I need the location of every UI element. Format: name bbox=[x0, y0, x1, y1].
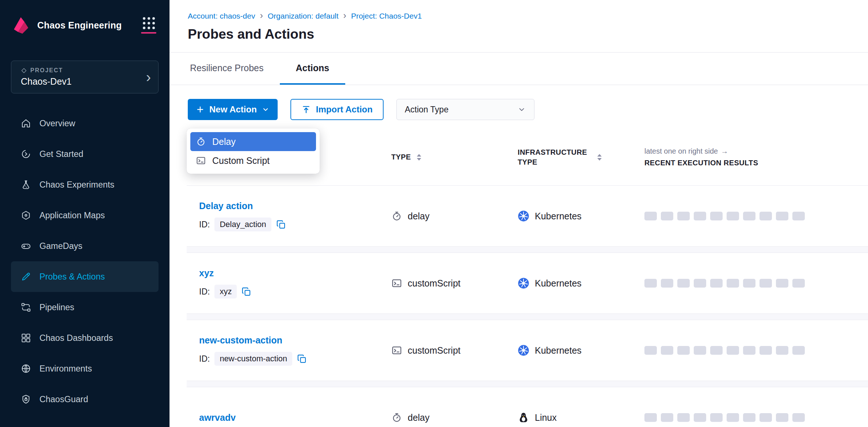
copy-icon[interactable] bbox=[297, 354, 307, 364]
execution-result-placeholder bbox=[661, 212, 673, 220]
infra-value: Kubernetes bbox=[535, 211, 582, 222]
execution-result-placeholder bbox=[661, 413, 673, 422]
column-header-recent-execution-results: latest one on right side → RECENT EXECUT… bbox=[644, 147, 868, 167]
execution-result-placeholder bbox=[661, 279, 673, 288]
execution-result-placeholder bbox=[727, 413, 739, 422]
action-name-link[interactable]: new-custom-action bbox=[199, 335, 282, 346]
stopwatch-icon bbox=[391, 412, 402, 423]
infra-header-line1: INFRASTRUCTURE bbox=[518, 147, 587, 157]
infra-value: Linux bbox=[535, 412, 557, 423]
execution-result-placeholder bbox=[776, 279, 788, 288]
sidebar-item-environments[interactable]: Environments bbox=[11, 353, 159, 384]
sidebar-item-chaosguard[interactable]: ChaosGuard bbox=[11, 384, 159, 415]
plus-icon bbox=[196, 105, 205, 114]
sidebar-item-label: Get Started bbox=[39, 149, 83, 159]
execution-result-placeholder bbox=[792, 413, 805, 422]
execution-result-placeholder bbox=[644, 212, 657, 220]
copy-icon[interactable] bbox=[241, 287, 251, 297]
execution-result-placeholder bbox=[661, 346, 673, 355]
sidebar-item-label: GameDays bbox=[39, 241, 83, 251]
sidebar-item-overview[interactable]: Overview bbox=[11, 108, 159, 139]
new-action-button[interactable]: New Action bbox=[188, 99, 278, 120]
execution-result-placeholder bbox=[677, 212, 690, 220]
sidebar-item-pipelines[interactable]: Pipelines bbox=[11, 292, 159, 323]
logo-row: Chaos Engineering bbox=[0, 0, 170, 50]
sidebar-item-chaos-experiments[interactable]: Chaos Experiments bbox=[11, 169, 159, 200]
type-value: delay bbox=[408, 412, 430, 423]
execution-result-placeholder bbox=[743, 279, 755, 288]
shield-lock-icon bbox=[20, 394, 31, 405]
sidebar-item-application-maps[interactable]: Application Maps bbox=[11, 200, 159, 231]
execution-result-placeholder bbox=[677, 279, 690, 288]
type-cell: delay bbox=[391, 412, 518, 423]
execution-result-placeholder bbox=[792, 279, 805, 288]
sidebar-item-label: Probes & Actions bbox=[39, 272, 105, 282]
execution-result-placeholder bbox=[677, 346, 690, 355]
sidebar-item-label: Overview bbox=[39, 119, 75, 128]
execution-result-placeholder bbox=[677, 413, 690, 422]
breadcrumb-project-link[interactable]: Project: Chaos-Dev1 bbox=[351, 12, 422, 20]
home-icon bbox=[20, 118, 31, 129]
action-row: Delay action ID: Delay_action delay Kube… bbox=[187, 185, 868, 247]
import-action-button[interactable]: Import Action bbox=[290, 99, 384, 120]
menu-item-label: Delay bbox=[212, 136, 236, 147]
execution-result-placeholder bbox=[792, 212, 805, 220]
copy-icon[interactable] bbox=[276, 220, 286, 230]
menu-item-custom-script[interactable]: Custom Script bbox=[190, 151, 316, 170]
module-switcher-button[interactable] bbox=[141, 17, 156, 34]
sidebar-item-gamedays[interactable]: GameDays bbox=[11, 231, 159, 261]
actions-table: Delay action ID: Delay_action delay Kube… bbox=[187, 185, 868, 427]
tab-resilience-probes[interactable]: Resilience Probes bbox=[174, 53, 280, 85]
action-name-link[interactable]: xyz bbox=[199, 268, 214, 278]
page-title: Probes and Actions bbox=[170, 27, 868, 42]
execution-result-placeholder bbox=[710, 346, 723, 355]
sidebar-item-probes-actions[interactable]: Probes & Actions bbox=[11, 261, 159, 292]
project-selector[interactable]: PROJECT Chaos-Dev1 › bbox=[11, 61, 159, 93]
chevron-right-icon: › bbox=[146, 71, 151, 83]
infrastructure-cell: Kubernetes bbox=[518, 345, 644, 356]
new-action-label: New Action bbox=[209, 104, 257, 115]
type-cell: customScript bbox=[391, 345, 518, 356]
action-name-link[interactable]: Delay action bbox=[199, 201, 253, 211]
terminal-icon bbox=[391, 345, 402, 356]
breadcrumb-account-link[interactable]: Account: chaos-dev bbox=[188, 12, 255, 20]
execution-result-placeholder bbox=[760, 346, 772, 355]
sidebar: Chaos Engineering PROJECT Chaos-Dev1 › O… bbox=[0, 0, 170, 427]
dashboard-grid-icon bbox=[20, 332, 31, 343]
id-label: ID: bbox=[199, 220, 210, 230]
action-type-select[interactable]: Action Type bbox=[396, 99, 534, 120]
infra-value: Kubernetes bbox=[535, 278, 582, 289]
execution-results bbox=[644, 212, 868, 220]
flask-icon bbox=[20, 179, 31, 190]
breadcrumb-separator: › bbox=[260, 11, 263, 21]
tabs: Resilience Probes Actions bbox=[170, 53, 868, 85]
results-hint-text: latest one on right side bbox=[644, 147, 718, 155]
action-name-link[interactable]: awrvadv bbox=[199, 412, 236, 423]
column-header-infrastructure-type[interactable]: INFRASTRUCTURE TYPE bbox=[518, 147, 644, 167]
main-content: Account: chaos-dev › Organization: defau… bbox=[170, 0, 868, 427]
menu-item-delay[interactable]: Delay bbox=[190, 132, 316, 151]
action-row: awrvadv ID: delay Linux bbox=[187, 387, 868, 427]
tab-actions[interactable]: Actions bbox=[280, 53, 346, 85]
execution-result-placeholder bbox=[694, 413, 706, 422]
sidebar-item-label: Application Maps bbox=[39, 211, 105, 220]
type-value: customScript bbox=[408, 345, 460, 356]
terminal-icon bbox=[391, 278, 402, 289]
breadcrumb-organization-link[interactable]: Organization: default bbox=[268, 12, 339, 20]
execution-result-placeholder bbox=[644, 346, 657, 355]
type-cell: customScript bbox=[391, 278, 518, 289]
execution-result-placeholder bbox=[710, 279, 723, 288]
arrow-right-icon: → bbox=[721, 147, 728, 155]
column-header-type[interactable]: TYPE bbox=[391, 153, 518, 161]
sidebar-item-chaos-dashboards[interactable]: Chaos Dashboards bbox=[11, 323, 159, 353]
sort-icon bbox=[417, 154, 421, 161]
execution-result-placeholder bbox=[694, 212, 706, 220]
execution-result-placeholder bbox=[644, 413, 657, 422]
module-active-indicator bbox=[141, 32, 156, 34]
execution-results bbox=[644, 413, 868, 422]
sidebar-item-get-started[interactable]: Get Started bbox=[11, 139, 159, 169]
linux-icon bbox=[518, 412, 529, 423]
execution-result-placeholder bbox=[792, 346, 805, 355]
pencil-probe-icon bbox=[20, 271, 31, 282]
type-header-label: TYPE bbox=[391, 153, 411, 161]
